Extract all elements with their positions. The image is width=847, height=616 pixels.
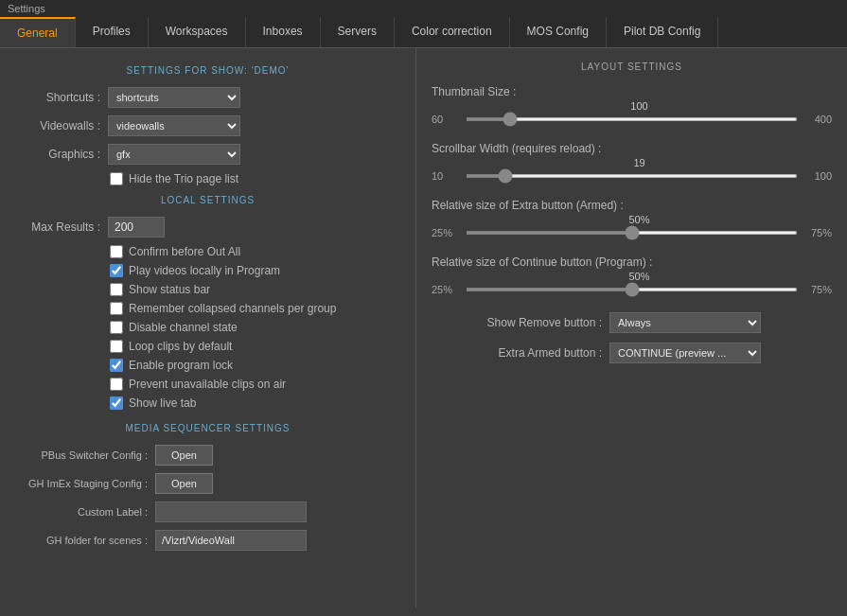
tab-mos-config[interactable]: MOS Config	[510, 17, 607, 47]
show-live-label: Show live tab	[129, 396, 196, 410]
thumbnail-size-label: Thumbnail Size :	[432, 85, 516, 98]
continue-button-section: Relative size of Continue button (Progra…	[432, 255, 832, 295]
tab-inboxes[interactable]: Inboxes	[246, 17, 321, 47]
title-label: Settings	[8, 3, 45, 14]
max-results-label: Max Results :	[15, 220, 100, 234]
scrollbar-width-section: Scrollbar Width (requires reload) : 19 1…	[432, 142, 832, 182]
thumbnail-size-value: 100	[447, 100, 832, 112]
graphics-label: Graphics :	[15, 148, 100, 161]
scrollbar-width-value: 19	[447, 157, 832, 168]
gh-imex-row: GH ImEx Staging Config : Open	[15, 473, 400, 494]
enable-program-checkbox[interactable]	[110, 359, 123, 372]
shortcuts-select[interactable]: shortcuts	[108, 87, 240, 108]
extra-armed-row: Extra Armed button : CONTINUE (preview .…	[432, 343, 832, 363]
remember-collapsed-label: Remember collapsed channels per group	[129, 302, 336, 315]
play-videos-label: Play videos locally in Program	[129, 264, 280, 277]
checkbox-show-live: Show live tab	[110, 396, 400, 410]
hide-trio-checkbox[interactable]	[110, 172, 123, 185]
local-settings-title: LOCAL SETTINGS	[15, 195, 400, 205]
continue-button-value: 50%	[447, 271, 832, 282]
thumbnail-size-slider[interactable]	[466, 117, 798, 121]
gh-folder-label: GH folder for scenes :	[15, 535, 148, 546]
max-results-input[interactable]	[108, 217, 165, 238]
videowalls-row: Videowalls : videowalls	[15, 115, 400, 136]
pbus-switcher-row: PBus Switcher Config : Open	[15, 445, 400, 466]
tab-profiles[interactable]: Profiles	[76, 17, 149, 47]
hide-trio-row: Hide the Trio page list	[110, 172, 400, 185]
settings-for-show-title: SETTINGS FOR SHOW: 'Demo'	[15, 65, 400, 76]
custom-label-input[interactable]	[155, 502, 307, 522]
show-remove-select[interactable]: Always Never Auto	[609, 312, 761, 333]
shortcuts-row: Shortcuts : shortcuts	[15, 87, 400, 108]
left-panel: SETTINGS FOR SHOW: 'Demo' Shortcuts : sh…	[0, 48, 416, 607]
tab-general[interactable]: General	[0, 17, 76, 47]
continue-button-slider[interactable]	[466, 288, 798, 291]
tab-bar: General Profiles Workspaces Inboxes Serv…	[0, 17, 847, 48]
show-remove-row: Show Remove button : Always Never Auto	[432, 312, 832, 333]
prevent-unavail-checkbox[interactable]	[110, 378, 123, 391]
thumbnail-size-section: Thumbnail Size : 100 60 400	[432, 85, 832, 125]
extra-armed-label: Extra Armed button :	[432, 346, 602, 360]
checkbox-remember-collapsed: Remember collapsed channels per group	[110, 302, 400, 315]
scrollbar-width-min: 10	[432, 170, 460, 182]
continue-button-max: 75%	[803, 284, 832, 295]
checkbox-prevent-unavail: Prevent unavailable clips on air	[110, 378, 400, 391]
checkbox-enable-program: Enable program lock	[110, 359, 400, 372]
show-status-checkbox[interactable]	[110, 283, 123, 296]
remember-collapsed-checkbox[interactable]	[110, 302, 123, 315]
custom-label-label: Custom Label :	[15, 506, 148, 518]
enable-program-label: Enable program lock	[129, 359, 233, 372]
pbus-switcher-label: PBus Switcher Config :	[15, 449, 148, 461]
disable-channel-label: Disable channel state	[129, 321, 238, 334]
continue-button-min: 25%	[432, 284, 460, 295]
tab-pilot-db-config[interactable]: Pilot DB Config	[607, 17, 718, 47]
thumbnail-size-max: 400	[803, 114, 832, 125]
extra-button-min: 25%	[432, 227, 460, 238]
show-live-checkbox[interactable]	[110, 396, 123, 410]
scrollbar-width-slider[interactable]	[466, 174, 798, 178]
pbus-switcher-open-button[interactable]: Open	[155, 445, 213, 466]
checkbox-loop-clips: Loop clips by default	[110, 340, 400, 353]
show-remove-label: Show Remove button :	[432, 316, 602, 329]
graphics-select[interactable]: gfx	[108, 144, 240, 165]
videowalls-label: Videowalls :	[15, 119, 100, 132]
extra-armed-select[interactable]: CONTINUE (preview ... None	[609, 343, 761, 363]
graphics-row: Graphics : gfx	[15, 144, 400, 165]
extra-button-max: 75%	[803, 227, 832, 238]
loop-clips-label: Loop clips by default	[129, 340, 232, 353]
gh-imex-label: GH ImEx Staging Config :	[15, 478, 148, 489]
gh-imex-open-button[interactable]: Open	[155, 473, 213, 494]
disable-channel-checkbox[interactable]	[110, 321, 123, 334]
checkbox-show-status: Show status bar	[110, 283, 400, 296]
extra-button-slider[interactable]	[466, 231, 798, 235]
play-videos-checkbox[interactable]	[110, 264, 123, 277]
confirm-out-checkbox[interactable]	[110, 245, 123, 258]
layout-settings-title: LAYOUT SETTINGS	[432, 62, 832, 72]
main-content: SETTINGS FOR SHOW: 'Demo' Shortcuts : sh…	[0, 48, 847, 607]
custom-label-row: Custom Label :	[15, 502, 400, 522]
checkbox-disable-channel: Disable channel state	[110, 321, 400, 334]
videowalls-select[interactable]: videowalls	[108, 115, 240, 136]
confirm-out-label: Confirm before Out All	[129, 245, 240, 258]
max-results-row: Max Results :	[15, 217, 400, 238]
checkbox-play-videos: Play videos locally in Program	[110, 264, 400, 277]
gh-folder-row: GH folder for scenes :	[15, 530, 400, 551]
checkbox-confirm-out: Confirm before Out All	[110, 245, 400, 258]
scrollbar-width-max: 100	[803, 170, 832, 182]
shortcuts-label: Shortcuts :	[15, 91, 100, 104]
extra-button-label: Relative size of Extra button (Armed) :	[432, 199, 624, 212]
tab-servers[interactable]: Servers	[321, 17, 395, 47]
loop-clips-checkbox[interactable]	[110, 340, 123, 353]
tab-color-correction[interactable]: Color correction	[395, 17, 510, 47]
extra-button-value: 50%	[447, 214, 832, 225]
extra-button-section: Relative size of Extra button (Armed) : …	[432, 199, 832, 238]
hide-trio-label: Hide the Trio page list	[129, 172, 238, 185]
media-sequencer-title: MEDIA SEQUENCER SETTINGS	[15, 423, 400, 433]
scrollbar-width-label: Scrollbar Width (requires reload) :	[432, 142, 601, 155]
gh-folder-input[interactable]	[155, 530, 307, 551]
tab-workspaces[interactable]: Workspaces	[149, 17, 246, 47]
title-bar: Settings	[0, 0, 847, 17]
thumbnail-size-min: 60	[432, 114, 460, 125]
continue-button-label: Relative size of Continue button (Progra…	[432, 255, 652, 269]
show-status-label: Show status bar	[129, 283, 210, 296]
